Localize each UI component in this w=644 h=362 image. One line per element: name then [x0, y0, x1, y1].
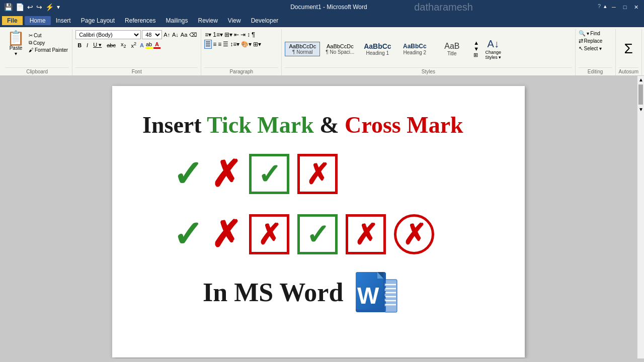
ribbon-collapse-icon[interactable]: ▴	[604, 3, 607, 11]
format-painter-button[interactable]: 🖌 Format Painter	[28, 47, 69, 53]
copy-button[interactable]: ⧉ Copy	[28, 39, 69, 46]
superscript-button[interactable]: x2	[129, 40, 139, 50]
scroll-down-btn[interactable]: ▼	[637, 106, 644, 113]
box-cross-icon-3: ✗	[354, 218, 378, 251]
underline-button[interactable]: U ▾	[91, 41, 104, 49]
green-box-tick-2: ✓	[297, 214, 338, 254]
red-circle-cross: ✗	[394, 214, 434, 254]
find-button[interactable]: 🔍 ▾ Find	[579, 30, 600, 37]
shading-btn[interactable]: 🎨▾	[240, 40, 252, 48]
scroll-thumb[interactable]	[638, 84, 643, 105]
green-box-tick: ✓	[249, 154, 289, 194]
menu-view[interactable]: View	[223, 16, 246, 25]
footer-row: In MS Word W	[142, 269, 495, 315]
cut-icon: ✂	[29, 33, 33, 38]
bullet-list-btn[interactable]: ≡▾	[204, 31, 212, 39]
menu-developer[interactable]: Developer	[246, 16, 284, 25]
style-normal[interactable]: AaBbCcDc ¶ Normal	[285, 42, 320, 56]
strikethrough-button[interactable]: abc	[105, 41, 118, 49]
subscript-button[interactable]: x2	[119, 40, 128, 50]
change-case-btn[interactable]: ⌫	[189, 31, 198, 39]
circle-cross-icon: ✗	[403, 218, 426, 251]
line-spacing-btn[interactable]: ↕≡▾	[229, 40, 240, 48]
title-cross: Cross Mark	[345, 112, 463, 138]
align-left-btn[interactable]: ☰	[204, 40, 212, 49]
red-box-cross-3: ✗	[346, 214, 386, 254]
window-title: Document1 - Microsoft Word	[60, 4, 598, 11]
change-styles-button[interactable]: A↓ ChangeStyles ▾	[483, 37, 503, 61]
editing-label: Editing	[579, 67, 612, 75]
red-box-cross-2: ✗	[249, 214, 289, 254]
symbols-row-2: ✓ ✗ ✗ ✓ ✗ ✗	[142, 214, 495, 254]
style-heading1[interactable]: AaBbCc Heading 1	[360, 41, 395, 57]
styles-up-arrow[interactable]: ▲	[473, 40, 479, 46]
close-btn[interactable]: ✕	[632, 3, 640, 11]
font-family-select[interactable]: Calibri (Body)	[75, 30, 141, 39]
font-size-select[interactable]: 48	[142, 30, 162, 39]
cut-button[interactable]: ✂ Cut	[28, 32, 69, 39]
title-bar: 💾 📄 ↩ ↪ ⚡ ▾ Document1 - Microsoft Word d…	[0, 0, 644, 14]
align-right-btn[interactable]: ≡	[217, 40, 222, 48]
select-icon: ↖	[579, 45, 583, 52]
replace-button[interactable]: ⇄ Replace	[579, 38, 603, 44]
bold-button[interactable]: B	[75, 41, 84, 49]
style-title[interactable]: AaB Title	[434, 40, 469, 58]
ribbon-group-styles: AaBbCcDc ¶ Normal AaBbCcDc ¶ No Spaci...…	[282, 29, 575, 75]
text-effects-btn[interactable]: A	[139, 42, 144, 49]
justify-btn[interactable]: ☰	[222, 40, 229, 48]
document-title: Insert Tick Mark & Cross Mark	[142, 111, 495, 139]
cross-mark-1: ✗	[211, 156, 241, 192]
font-clear-btn[interactable]: Aa	[180, 31, 188, 38]
find-icon: 🔍	[579, 30, 586, 37]
cross-mark-2: ✗	[211, 216, 241, 252]
menu-home[interactable]: Home	[25, 16, 51, 25]
show-formatting-btn[interactable]: ¶	[251, 30, 256, 39]
paste-button[interactable]: 📋 Paste ▾	[5, 30, 27, 57]
ribbon-group-editing: 🔍 ▾ Find ⇄ Replace ↖ Select ▾ Editing	[576, 29, 616, 75]
select-button[interactable]: ↖ Select ▾	[579, 45, 602, 52]
minimize-btn[interactable]: ─	[610, 3, 618, 11]
decrease-indent-btn[interactable]: ⇤	[233, 31, 239, 39]
font-shrink-btn[interactable]: A↓	[172, 31, 179, 38]
styles-scroll: ▲ ▼ ⊞	[473, 40, 479, 58]
tick-checkmark-2: ✓	[173, 216, 203, 252]
font-grow-btn[interactable]: A↑	[163, 31, 171, 38]
copy-icon: ⧉	[29, 40, 32, 46]
highlight-color-btn[interactable]: ab	[145, 41, 152, 49]
numbered-list-btn[interactable]: 1≡▾	[212, 31, 223, 39]
symbols-row-1: ✓ ✗ ✓ ✗	[142, 154, 495, 194]
title-insert: Insert	[142, 112, 207, 138]
box-cross-icon-2: ✗	[258, 218, 281, 251]
increase-indent-btn[interactable]: ⇥	[240, 31, 246, 39]
menu-references[interactable]: References	[120, 16, 160, 25]
footer-text: In MS Word	[203, 278, 343, 307]
vertical-scrollbar[interactable]: ▲ ▼	[637, 76, 644, 358]
menu-page-layout[interactable]: Page Layout	[76, 16, 120, 25]
ribbon-group-font: Calibri (Body) 48 A↑ A↓ Aa ⌫ B I U ▾ abc…	[72, 29, 201, 75]
italic-button[interactable]: I	[85, 41, 90, 49]
styles-down-arrow[interactable]: ▼	[473, 46, 479, 52]
autosum-button[interactable]: Σ	[624, 41, 633, 57]
multilevel-list-btn[interactable]: ⊞▾	[224, 31, 233, 39]
align-center-btn[interactable]: ≡	[212, 40, 217, 48]
borders-btn[interactable]: ⊞▾	[253, 40, 262, 48]
restore-btn[interactable]: □	[621, 3, 629, 11]
sort-btn[interactable]: ↕	[247, 31, 251, 39]
style-no-spacing[interactable]: AaBbCcDc ¶ No Spaci...	[322, 42, 358, 56]
styles-expand-arrow[interactable]: ⊞	[473, 52, 479, 58]
box-tick-icon-2: ✓	[306, 218, 330, 251]
styles-label: Styles	[285, 67, 572, 75]
font-color-btn[interactable]: A	[153, 41, 160, 49]
menu-review[interactable]: Review	[193, 16, 222, 25]
menu-insert[interactable]: Insert	[51, 16, 76, 25]
svg-text:W: W	[357, 283, 379, 309]
document-area: Insert Tick Mark & Cross Mark ✓ ✗ ✓ ✗ ✓ …	[0, 76, 644, 358]
menu-file[interactable]: File	[2, 16, 23, 25]
menu-mailings[interactable]: Mailings	[160, 16, 193, 25]
page-container[interactable]: Insert Tick Mark & Cross Mark ✓ ✗ ✓ ✗ ✓ …	[0, 76, 637, 358]
menu-bar: File Home Insert Page Layout References …	[0, 14, 644, 27]
style-heading2[interactable]: AaBbCc Heading 2	[397, 41, 432, 57]
scroll-up-btn[interactable]: ▲	[637, 76, 644, 83]
title-amp: &	[319, 112, 345, 138]
ribbon-group-autosum: Σ Autosum	[616, 29, 642, 75]
